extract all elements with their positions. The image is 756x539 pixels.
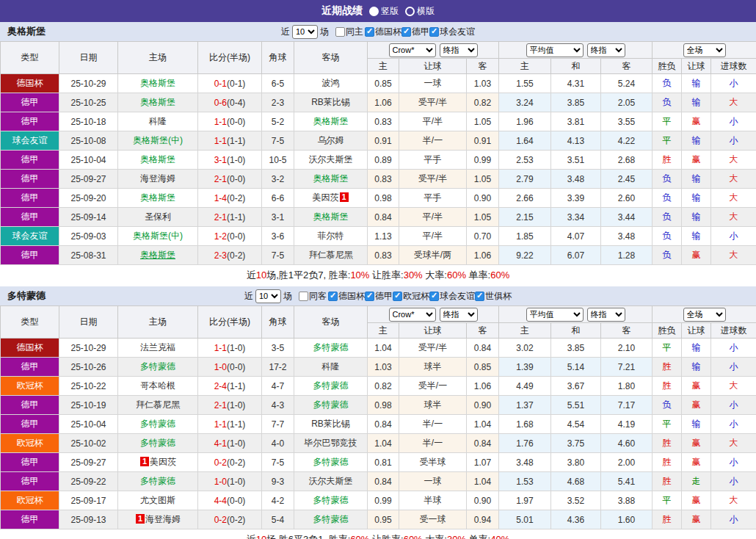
radio-unselected-icon[interactable] — [405, 7, 415, 16]
team-name-link[interactable]: 海登海姆 — [140, 173, 175, 184]
radio-label[interactable]: 竖版 — [381, 5, 399, 18]
avg-away-odds: 5.24 — [601, 74, 653, 93]
scope-select[interactable]: 全场 — [683, 43, 726, 57]
filter-checkboxes: 同主德国杯德甲球会友谊 — [331, 26, 475, 38]
team-name-link[interactable]: 多特蒙德 — [313, 514, 349, 524]
team-name-link[interactable]: 奥格斯堡 — [140, 250, 175, 260]
team-name-link[interactable]: 奥格斯堡(中) — [133, 135, 183, 145]
team-name-link[interactable]: 多特蒙德 — [140, 419, 175, 429]
layout-radio-vertical[interactable]: 竖版 — [369, 5, 399, 18]
radio-selected-icon[interactable] — [369, 7, 379, 16]
crow-home-odds: 0.81 — [368, 453, 399, 472]
avg-draw-odds: 3.85 — [551, 93, 601, 112]
match-count-select[interactable]: 10 — [255, 289, 281, 303]
team-name-link[interactable]: 多特蒙德 — [313, 342, 349, 352]
team-name-link[interactable]: 奥格斯堡 — [313, 211, 349, 222]
team-name-link[interactable]: 海登海姆 — [145, 514, 181, 524]
league-filter-checkbox[interactable]: 德甲 — [365, 290, 393, 303]
checkbox-input[interactable] — [429, 27, 439, 37]
match-date: 25-09-13 — [59, 510, 118, 529]
team-name-link[interactable]: 哥本哈根 — [140, 380, 175, 391]
result-winlose: 负 — [653, 246, 682, 265]
bookmaker-select[interactable]: Crow* — [389, 308, 436, 322]
team-name-link[interactable]: 奥格斯堡 — [140, 154, 175, 164]
team-name-link[interactable]: 多特蒙德 — [140, 361, 175, 372]
team-name-link[interactable]: RB莱比锡 — [311, 419, 350, 429]
team-name-link[interactable]: 奥格斯堡 — [140, 78, 175, 88]
team-name-link[interactable]: 多特蒙德 — [313, 380, 349, 391]
final-odds-select[interactable]: 终指 — [440, 308, 478, 322]
team-name-link[interactable]: 多特蒙德 — [313, 495, 349, 505]
team-name-link[interactable]: 沃尔夫斯堡 — [309, 476, 353, 486]
final-odds-select-2[interactable]: 终指 — [587, 308, 625, 322]
checkbox-input[interactable] — [393, 292, 402, 301]
away-team-cell: 多特蒙德 — [294, 491, 368, 510]
final-odds-select-2[interactable]: 终指 — [587, 43, 625, 57]
average-select[interactable]: 平均值 — [526, 308, 584, 322]
result-goals: 大 — [711, 434, 756, 453]
same-venue-checkbox[interactable]: 同主 — [335, 26, 363, 38]
league-filter-checkbox[interactable]: 德国杯 — [328, 290, 365, 303]
league-filter-checkbox[interactable]: 球会友谊 — [429, 26, 475, 38]
team-name-link[interactable]: 多特蒙德 — [313, 399, 349, 410]
checkbox-input[interactable] — [328, 292, 338, 301]
match-row: 德甲 25-09-13 1海登海姆 0-2(0-2) 5-4 多特蒙德 0.95… — [1, 510, 756, 529]
scope-select[interactable]: 全场 — [683, 308, 726, 322]
average-select[interactable]: 平均值 — [526, 43, 584, 57]
league-type-badge: 球会友谊 — [1, 131, 59, 151]
crow-home-odds: 0.83 — [368, 112, 399, 131]
matches-label: 场 — [283, 290, 292, 303]
team-name-link[interactable]: 美因茨 — [150, 457, 176, 467]
team-name-link[interactable]: 美因茨 — [313, 192, 339, 203]
team-name-link[interactable]: 奥格斯堡 — [140, 192, 175, 203]
team-name-link[interactable]: 沃尔夫斯堡 — [309, 154, 353, 164]
result-winlose: 平 — [653, 415, 682, 434]
sub-header-away-odds: 客 — [467, 59, 499, 74]
team-name-link[interactable]: 拜仁慕尼黑 — [309, 250, 353, 260]
match-row: 德甲 25-09-27 1美因茨 0-2(0-2) 7-5 多特蒙德 0.81 … — [1, 453, 756, 472]
checkbox-input[interactable] — [429, 292, 439, 301]
team-name-link[interactable]: 多特蒙德 — [313, 457, 349, 467]
league-filter-checkbox[interactable]: 球会友谊 — [429, 290, 475, 303]
team-name-link[interactable]: 多特蒙德 — [140, 438, 175, 448]
result-winlose: 胜 — [653, 510, 682, 529]
league-filter-checkbox[interactable]: 德甲 — [401, 26, 429, 38]
match-row: 德甲 25-10-04 多特蒙德 1-1(1-1) 7-7 RB莱比锡 0.84… — [1, 415, 756, 434]
league-filter-checkbox[interactable]: 世俱杯 — [475, 290, 512, 303]
team-name-link[interactable]: 奥格斯堡 — [313, 116, 349, 126]
same-venue-checkbox[interactable]: 同客 — [299, 290, 327, 303]
team-name-link[interactable]: 法兰克福 — [140, 342, 175, 352]
checkbox-input[interactable] — [365, 27, 374, 37]
radio-label[interactable]: 横版 — [417, 5, 435, 18]
avg-away-odds: 2.45 — [601, 170, 653, 189]
final-odds-select[interactable]: 终指 — [440, 43, 478, 57]
team-name-link[interactable]: 圣保利 — [145, 211, 171, 222]
team-name-link[interactable]: 奥格斯堡 — [313, 173, 349, 184]
bookmaker-select[interactable]: Crow* — [389, 43, 436, 57]
checkbox-input[interactable] — [299, 292, 308, 301]
team-name-link[interactable]: RB莱比锡 — [311, 97, 350, 107]
team-name-link[interactable]: 波鸿 — [322, 78, 340, 88]
league-filter-checkbox[interactable]: 欧冠杯 — [393, 290, 429, 303]
match-count-select[interactable]: 10 — [292, 25, 318, 39]
team-name-link[interactable]: 多特蒙德 — [140, 476, 175, 486]
matches-label: 场 — [320, 26, 329, 38]
team-name-link[interactable]: 科隆 — [322, 361, 340, 372]
team-name-link[interactable]: 尤文图斯 — [140, 495, 175, 505]
team-name-link[interactable]: 毕尔巴鄂竞技 — [305, 438, 357, 448]
checkbox-input[interactable] — [365, 292, 374, 301]
home-team-cell: 圣保利 — [118, 208, 198, 227]
layout-radio-horizontal[interactable]: 横版 — [405, 5, 435, 18]
sub-header-avg-draw: 和 — [551, 323, 601, 339]
team-name-link[interactable]: 奥格斯堡 — [140, 97, 175, 107]
checkbox-input[interactable] — [475, 292, 484, 301]
team-name-link[interactable]: 拜仁慕尼黑 — [136, 399, 180, 410]
team-name-link[interactable]: 科隆 — [149, 116, 167, 126]
result-goals: 大 — [711, 93, 756, 112]
checkbox-input[interactable] — [335, 27, 345, 37]
team-name-link[interactable]: 菲尔特 — [318, 231, 344, 241]
team-name-link[interactable]: 乌尔姆 — [318, 135, 344, 145]
checkbox-input[interactable] — [401, 27, 411, 37]
team-name-link[interactable]: 奥格斯堡(中) — [133, 231, 183, 241]
league-filter-checkbox[interactable]: 德国杯 — [365, 26, 401, 38]
